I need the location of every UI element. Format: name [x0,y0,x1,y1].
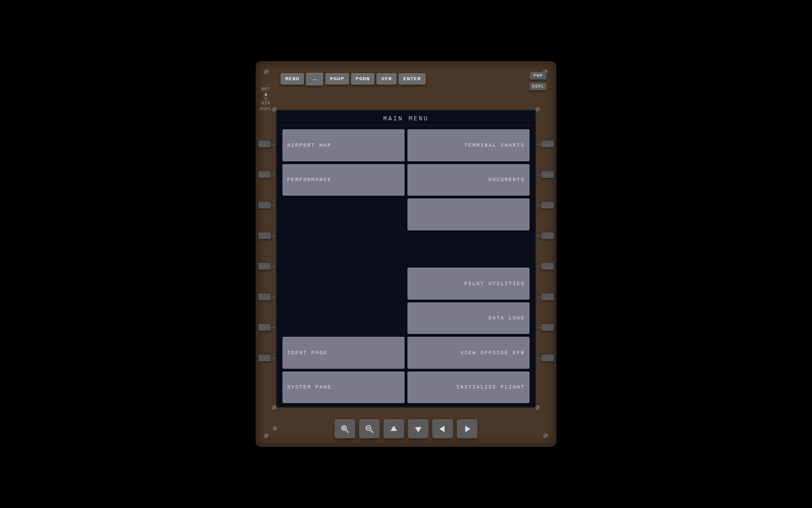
initialize-flight-button[interactable]: INITIALIZE FLIGHT [407,372,530,404]
system-page-button[interactable]: SYSTEM PAGE [282,372,405,404]
zoom-out-icon [365,424,374,434]
side-buttons-left [258,128,271,373]
left-side-btn-1[interactable] [258,140,271,148]
right-side-btn-8[interactable] [541,354,554,362]
zoom-in-icon [340,424,350,434]
terminal-charts-button[interactable]: TERMINAL CHARTS [407,129,530,161]
pan-up-button[interactable] [383,420,404,438]
dim-label: DIM [261,101,270,106]
left-side-btn-7[interactable] [258,324,271,331]
empty-left-3 [282,198,405,230]
dspl-right-button[interactable]: DSPL [530,83,547,90]
svg-line-5 [370,430,373,433]
pan-up-icon [389,424,398,434]
left-side-btn-4[interactable] [258,232,271,239]
top-bar: MENU ← PGUP PGDN XFR ENTER PWR DSPL [262,67,550,91]
right-side-btn-6[interactable] [541,293,554,301]
right-side-btn-5[interactable] [541,262,554,270]
menu-button[interactable]: MENU [281,73,304,85]
empty-right-4 [407,233,530,265]
airport-map-button[interactable]: AIRPORT MAP [282,129,405,161]
pan-right-button[interactable] [457,420,477,438]
empty-left-4 [282,233,405,265]
pan-right-icon [462,424,472,434]
enter-button[interactable]: ENTER [398,73,426,85]
pan-left-button[interactable] [432,420,453,438]
menu-grid: AIRPORT MAP TERMINAL CHARTS PERFORMANCE … [277,126,535,407]
ident-page-button[interactable]: IDENT PAGE [282,337,405,369]
pwr-button[interactable]: PWR [530,72,547,79]
dspl-left-label: DSPL [260,107,272,111]
svg-marker-8 [415,427,422,432]
right-side-btn-4[interactable] [541,232,554,239]
left-side-btn-5[interactable] [258,262,271,270]
right-side-btn-2[interactable] [541,171,554,178]
side-buttons-right [541,128,554,373]
zoom-out-button[interactable] [359,420,380,438]
bottom-bar [266,416,546,442]
back-button[interactable]: ← [306,73,323,86]
svg-line-1 [346,430,349,433]
pan-down-icon [414,424,423,434]
performance-button[interactable]: PERFORMANCE [282,164,405,196]
empty-left-5 [282,268,405,300]
pan-left-icon [438,424,447,434]
top-controls: MENU ← PGUP PGDN XFR ENTER [281,73,547,86]
right-side-btn-7[interactable] [541,324,554,331]
video-button[interactable] [407,198,530,230]
left-side-btn-6[interactable] [258,293,271,301]
empty-left-6 [282,302,405,334]
zoom-in-button[interactable] [335,420,355,438]
left-side-btn-2[interactable] [258,171,271,178]
svg-marker-9 [439,426,445,432]
pwr-dspl-group: PWR DSPL [530,71,547,91]
right-side-btn-1[interactable] [541,140,554,148]
pgup-button[interactable]: PGUP [325,73,349,85]
view-offside-efb-button[interactable]: VIEW OFFSIDE EFB [407,337,530,369]
bottom-left-indicator [273,427,277,430]
svg-marker-10 [465,426,470,432]
left-side-btn-8[interactable] [258,354,271,362]
right-side-btn-3[interactable] [541,201,554,209]
data-load-button[interactable]: DATA LOAD [407,302,530,334]
xfr-button[interactable]: XFR [376,73,397,85]
main-screen: MAIN MENU AIRPORT MAP TERMINAL CHARTS PE… [276,110,536,408]
device-frame: BRT ▲ ▽ DIM DSPL MENU ← PGUP PGDN XFR EN… [256,61,556,447]
screen-title: MAIN MENU [277,111,535,126]
pgdn-button[interactable]: PGDN [351,73,375,85]
left-side-btn-3[interactable] [258,201,271,209]
brt-down-button[interactable]: ▽ [264,96,268,101]
documents-button[interactable]: DOCUMENTS [407,164,530,196]
pan-down-button[interactable] [408,420,429,438]
svg-marker-7 [390,426,397,431]
pilot-utilities-button[interactable]: PILOT UTILITIES [407,268,530,300]
